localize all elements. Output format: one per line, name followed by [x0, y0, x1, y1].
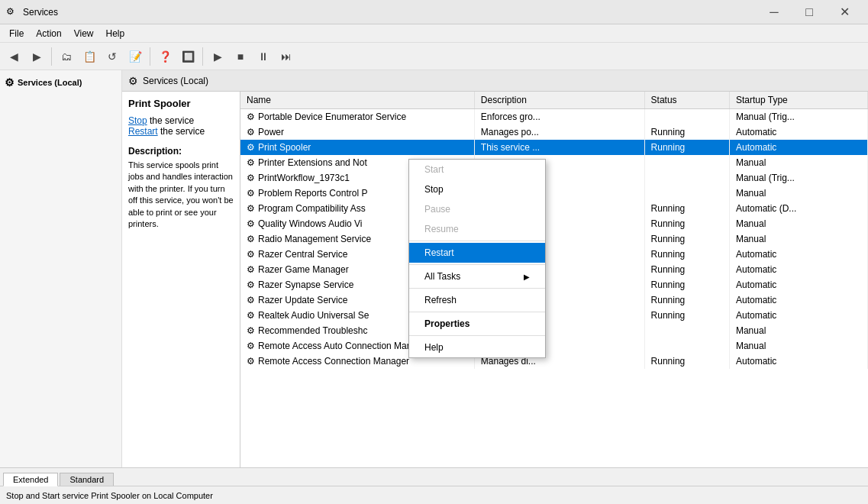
table-row[interactable]: ⚙Remote Access Connection ManagerManages…	[240, 354, 868, 369]
context-menu-separator	[409, 288, 545, 289]
toolbar: ◀ ▶ 🗂 📋 ↺ 📝 ❓ 🔲 ▶ ■ ⏸ ⏭	[0, 43, 868, 70]
cell-startup: Automatic	[729, 247, 867, 262]
col-name[interactable]: Name	[240, 92, 474, 109]
menu-help[interactable]: Help	[100, 27, 131, 40]
pause-button[interactable]: ⏸	[253, 46, 274, 67]
cell-status: Running	[644, 216, 729, 231]
split-pane: Print Spooler Stop the service Restart t…	[122, 92, 868, 467]
col-status[interactable]: Status	[644, 92, 729, 109]
service-row-icon: ⚙	[247, 111, 255, 122]
cell-status	[644, 186, 729, 201]
cell-status: Running	[644, 247, 729, 262]
context-menu-item-refresh[interactable]: Refresh	[409, 290, 545, 310]
cell-startup: Manual (Trig...	[729, 170, 867, 186]
table-row[interactable]: ⚙Radio Management ServiceRadio Mana...Ru…	[240, 231, 868, 247]
submenu-arrow-icon: ▶	[524, 273, 530, 281]
service-row-icon: ⚙	[247, 295, 255, 305]
stop-link[interactable]: Stop	[128, 115, 147, 126]
col-startup[interactable]: Startup Type	[729, 92, 867, 109]
cell-description: Manages po...	[474, 124, 644, 140]
context-menu-separator	[409, 312, 545, 312]
minimize-button[interactable]: ─	[757, 0, 792, 24]
table-row[interactable]: ⚙Program Compatibility AssThis service .…	[240, 201, 868, 216]
cell-startup: Automatic	[729, 124, 867, 140]
export-button[interactable]: 📋	[79, 46, 100, 67]
context-menu-item-resume: Resume	[409, 219, 545, 239]
sidebar-icon: ⚙	[5, 76, 15, 89]
cell-startup: Automatic	[729, 308, 867, 323]
table-row[interactable]: ⚙Realtek Audio Universal SeRealtek Audi.…	[240, 308, 868, 323]
table-row[interactable]: ⚙Razer Central ServiceRunningAutomatic	[240, 247, 868, 262]
table-row[interactable]: ⚙Quality Windows Audio ViQuality Win...R…	[240, 216, 868, 231]
run-button[interactable]: ▶	[207, 46, 228, 67]
maximize-button[interactable]: □	[792, 0, 827, 24]
table-row[interactable]: ⚙Razer Game ManagerThis service ...Runni…	[240, 262, 868, 277]
service-title: Print Spooler	[128, 98, 234, 109]
service-row-icon: ⚙	[247, 279, 255, 290]
properties-button[interactable]: 📝	[124, 46, 146, 67]
stop-text: the service	[150, 115, 194, 126]
table-row[interactable]: ⚙Remote Access Auto Connection ManagerCr…	[240, 338, 868, 354]
forward-button[interactable]: ▶	[26, 46, 47, 67]
description-text: This service spools print jobs and handl…	[128, 160, 234, 230]
cell-status: Running	[644, 140, 729, 155]
app-icon: ⚙	[6, 6, 18, 18]
toolbar-separator-3	[202, 47, 203, 66]
sidebar-header[interactable]: ⚙ Services (Local)	[3, 73, 118, 92]
sidebar: ⚙ Services (Local)	[0, 70, 122, 467]
menu-bar: File Action View Help	[0, 24, 868, 43]
cell-name: ⚙Print Spooler	[240, 140, 474, 155]
tab-standard[interactable]: Standard	[60, 473, 114, 486]
show-hide-button[interactable]: 🗂	[56, 46, 77, 67]
context-menu-item-all-tasks[interactable]: All Tasks▶	[409, 267, 545, 286]
service-row-icon: ⚙	[247, 218, 255, 229]
main-container: ⚙ Services (Local) ⚙ Services (Local) Pr…	[0, 70, 868, 467]
restart-text: the service	[160, 126, 205, 137]
table-row[interactable]: ⚙Print SpoolerThis service ...RunningAut…	[240, 140, 868, 155]
menu-view[interactable]: View	[68, 27, 100, 40]
table-row[interactable]: ⚙Razer Update ServiceRazer Updat...Runni…	[240, 292, 868, 308]
table-row[interactable]: ⚙Recommended TroubleshcEnables aut...Man…	[240, 323, 868, 338]
table-row[interactable]: ⚙Razer Synapse ServiceRunningAutomatic	[240, 277, 868, 292]
service-row-icon: ⚙	[247, 173, 255, 183]
cell-startup: Manual	[729, 216, 867, 231]
resume-button[interactable]: ⏭	[276, 46, 297, 67]
title-bar: ⚙ Services ─ □ ✕	[0, 0, 868, 24]
info-button[interactable]: 🔲	[177, 46, 198, 67]
back-button[interactable]: ◀	[3, 46, 24, 67]
restart-link[interactable]: Restart	[128, 126, 158, 137]
menu-action[interactable]: Action	[30, 27, 67, 40]
cell-description: Enforces gro...	[474, 109, 644, 125]
col-description[interactable]: Description	[474, 92, 644, 109]
cell-description: This service ...	[474, 140, 644, 155]
refresh-view-button[interactable]: ↺	[102, 46, 123, 67]
service-row-icon: ⚙	[247, 203, 255, 214]
cell-status: Running	[644, 292, 729, 308]
table-row[interactable]: ⚙Portable Device Enumerator ServiceEnfor…	[240, 109, 868, 125]
table-row[interactable]: ⚙Problem Reports Control PThis service .…	[240, 186, 868, 201]
cell-startup: Manual	[729, 155, 867, 170]
menu-file[interactable]: File	[3, 27, 30, 40]
service-actions: Stop the service Restart the service	[128, 115, 234, 137]
table-row[interactable]: ⚙Printer Extensions and NotThis service …	[240, 155, 868, 170]
cell-startup: Automatic	[729, 262, 867, 277]
help-button[interactable]: ❓	[154, 46, 176, 67]
table-row[interactable]: ⚙PrintWorkflow_1973c1Provides su...Manua…	[240, 170, 868, 186]
context-menu-item-help[interactable]: Help	[409, 338, 545, 357]
context-menu-item-restart[interactable]: Restart	[409, 243, 545, 263]
cell-status	[644, 338, 729, 354]
stop-button[interactable]: ■	[230, 46, 251, 67]
bottom-tabs: Extended Standard	[0, 467, 868, 486]
context-menu-item-stop[interactable]: Stop	[409, 179, 545, 199]
cell-startup: Automatic	[729, 277, 867, 292]
context-menu-item-properties[interactable]: Properties	[409, 314, 545, 334]
services-table: Name Description Status Startup Type ⚙Po…	[240, 92, 868, 369]
service-row-icon: ⚙	[247, 188, 255, 199]
close-button[interactable]: ✕	[827, 0, 862, 24]
cell-status: Running	[644, 201, 729, 216]
action-row-1: Stop the service	[128, 115, 234, 126]
cell-name: ⚙Power	[240, 124, 474, 140]
tab-extended[interactable]: Extended	[3, 473, 58, 486]
cell-status: Running	[644, 308, 729, 323]
table-row[interactable]: ⚙PowerManages po...RunningAutomatic	[240, 124, 868, 140]
